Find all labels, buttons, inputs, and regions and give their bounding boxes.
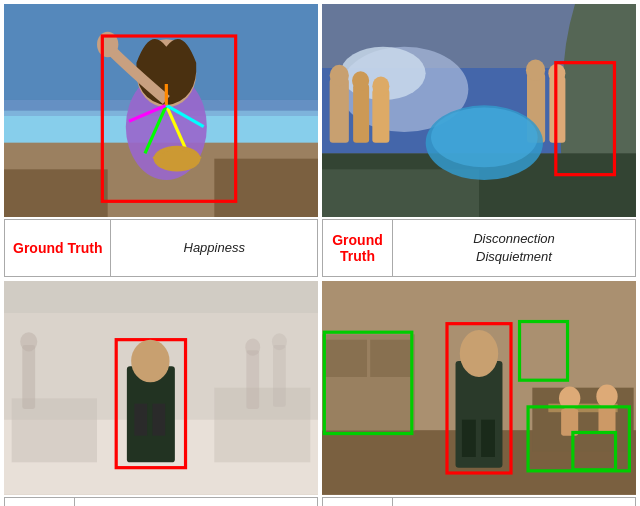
svg-rect-66 bbox=[462, 420, 476, 457]
svg-point-14 bbox=[154, 146, 201, 172]
scene-d bbox=[322, 281, 636, 494]
prediction-b: DisconnectionDisquietment bbox=[393, 220, 635, 276]
scene-a bbox=[4, 4, 318, 217]
svg-rect-38 bbox=[214, 388, 310, 463]
svg-rect-21 bbox=[322, 169, 479, 217]
info-bar-d: GroundTruth Anticipation EsteemHappiness… bbox=[322, 497, 636, 506]
svg-rect-62 bbox=[598, 407, 615, 434]
svg-rect-42 bbox=[246, 351, 259, 410]
cell-c: GroundTruth Anticipation EsteemHappiness… bbox=[4, 281, 318, 506]
ground-truth-c: GroundTruth bbox=[5, 498, 75, 506]
scene-b bbox=[322, 4, 636, 217]
svg-rect-39 bbox=[4, 281, 318, 313]
svg-rect-24 bbox=[353, 84, 369, 143]
svg-rect-22 bbox=[330, 79, 349, 143]
prediction-a: Happiness bbox=[111, 220, 317, 276]
image-area-a bbox=[4, 4, 318, 217]
svg-point-61 bbox=[596, 385, 617, 408]
svg-rect-49 bbox=[134, 404, 147, 436]
info-bar-b: GroundTruth DisconnectionDisquietment bbox=[322, 219, 636, 277]
cell-b: GroundTruth DisconnectionDisquietment bbox=[322, 4, 636, 277]
svg-point-25 bbox=[352, 71, 369, 90]
svg-point-23 bbox=[330, 65, 349, 86]
main-grid: Ground Truth Happiness bbox=[0, 0, 640, 506]
svg-rect-40 bbox=[22, 345, 35, 409]
svg-point-41 bbox=[20, 333, 37, 352]
svg-rect-57 bbox=[532, 388, 633, 452]
svg-rect-4 bbox=[4, 169, 108, 217]
ground-truth-d: GroundTruth bbox=[323, 498, 393, 506]
svg-rect-44 bbox=[273, 345, 286, 407]
svg-rect-55 bbox=[324, 340, 367, 377]
svg-rect-50 bbox=[152, 404, 165, 436]
svg-point-27 bbox=[372, 77, 389, 96]
svg-point-45 bbox=[272, 334, 287, 351]
svg-rect-56 bbox=[370, 340, 411, 377]
image-area-d bbox=[322, 281, 636, 494]
info-bar-a: Ground Truth Happiness bbox=[4, 219, 318, 277]
ground-truth-b: GroundTruth bbox=[323, 220, 393, 276]
image-area-c bbox=[4, 281, 318, 494]
svg-point-65 bbox=[460, 330, 498, 377]
ground-truth-a: Ground Truth bbox=[5, 220, 111, 276]
svg-point-48 bbox=[131, 340, 169, 383]
cell-a: Ground Truth Happiness bbox=[4, 4, 318, 277]
cell-d: GroundTruth Anticipation EsteemHappiness… bbox=[322, 281, 636, 506]
svg-rect-5 bbox=[214, 159, 318, 218]
prediction-c: Anticipation EsteemHappiness Pleasure bbox=[75, 498, 317, 506]
scene-c bbox=[4, 281, 318, 494]
svg-point-43 bbox=[245, 339, 260, 356]
prediction-d: Anticipation EsteemHappiness Pleasure bbox=[393, 498, 635, 506]
svg-point-33 bbox=[431, 107, 538, 167]
svg-rect-67 bbox=[481, 420, 495, 457]
svg-rect-26 bbox=[372, 89, 389, 142]
info-bar-c: GroundTruth Anticipation EsteemHappiness… bbox=[4, 497, 318, 506]
svg-point-29 bbox=[526, 59, 545, 80]
image-area-b bbox=[322, 4, 636, 217]
